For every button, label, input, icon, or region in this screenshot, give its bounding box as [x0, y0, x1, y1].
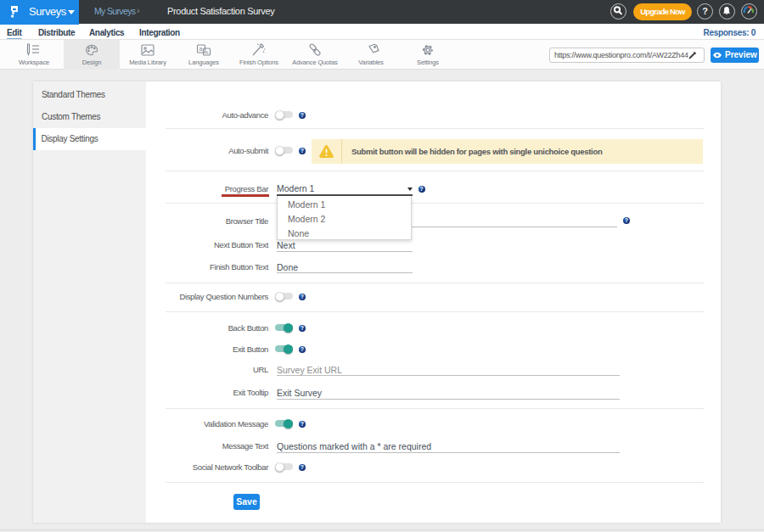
svg-text:A: A: [205, 50, 209, 55]
svg-text:a: a: [199, 46, 203, 52]
